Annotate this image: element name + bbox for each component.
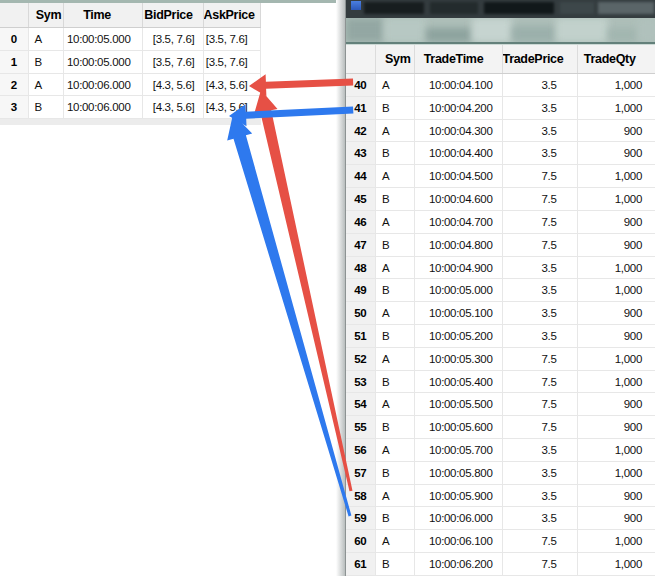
trade-cell-tradetime: 10:00:05.900 [415,485,503,507]
quotes-col-askprice[interactable]: AskPrice [204,3,261,27]
trade-cell-tradetime: 10:00:05.700 [415,439,503,461]
trade-cell-tradeqty: 900 [578,393,655,415]
quote-cell-time: 10:00:05.000 [64,51,143,73]
trade-table-row[interactable]: 57 B 10:00:05.800 3.5 1,000 [346,462,655,485]
titlebar-blurred-text [364,2,424,14]
trade-table-row[interactable]: 46 A 10:00:04.700 7.5 900 [346,211,655,234]
trade-table-row[interactable]: 50 A 10:00:05.100 3.5 900 [346,302,655,325]
trade-row-index: 61 [346,553,377,575]
quote-cell-bidprice: [4.3, 5.6] [143,96,204,118]
window-shadow [336,0,345,576]
trade-cell-sym: B [376,507,415,529]
quote-cell-sym: A [29,74,64,96]
trade-cell-sym: A [376,120,415,142]
trade-cell-tradeprice: 7.5 [503,165,578,187]
trade-cell-tradetime: 10:00:06.100 [415,530,503,552]
trade-cell-sym: B [376,371,415,393]
trade-cell-tradetime: 10:00:05.600 [415,416,503,438]
trade-table-row[interactable]: 45 B 10:00:04.600 7.5 1,000 [346,188,655,211]
trade-cell-sym: A [376,74,415,96]
trade-row-index: 47 [346,234,377,256]
window-app-icon [351,1,361,10]
trade-row-index: 51 [346,325,377,347]
trade-table-row[interactable]: 61 B 10:00:06.200 7.5 1,000 [346,553,655,576]
trade-table-row[interactable]: 44 A 10:00:04.500 7.5 1,000 [346,165,655,188]
quote-cell-askprice: [4.3, 5.6] [204,74,261,96]
trade-cell-tradetime: 10:00:05.300 [415,348,503,370]
quotes-table-body: 0 A 10:00:05.000 [3.5, 7.6] [3.5, 7.6] 1… [0,28,261,119]
trade-cell-sym: B [376,142,415,164]
trade-cell-sym: A [376,485,415,507]
trade-cell-tradetime: 10:00:04.500 [415,165,503,187]
trade-table-row[interactable]: 54 A 10:00:05.500 7.5 900 [346,393,655,416]
trade-cell-sym: B [376,553,415,575]
trade-row-index: 48 [346,257,377,279]
trade-table-row[interactable]: 55 B 10:00:05.600 7.5 900 [346,416,655,439]
trade-table-row[interactable]: 53 B 10:00:05.400 7.5 1,000 [346,371,655,394]
trade-cell-tradeprice: 3.5 [503,142,578,164]
quotes-col-sym[interactable]: Sym [29,3,64,27]
trade-table-row[interactable]: 59 B 10:00:06.000 3.5 900 [346,507,655,530]
trade-cell-sym: B [376,97,415,119]
quotes-col-bidprice[interactable]: BidPrice [143,3,204,27]
trade-cell-sym: A [376,393,415,415]
trade-cell-tradeqty: 1,000 [578,439,655,461]
quote-row-index: 1 [0,51,29,73]
trade-cell-tradeprice: 3.5 [503,439,578,461]
trade-cell-tradeprice: 3.5 [503,485,578,507]
trade-table-row[interactable]: 60 A 10:00:06.100 7.5 1,000 [346,530,655,553]
trade-table-row[interactable]: 58 A 10:00:05.900 3.5 900 [346,485,655,508]
trade-cell-tradeprice: 7.5 [503,234,578,256]
quotes-col-index[interactable] [0,3,29,27]
trade-cell-tradeprice: 3.5 [503,507,578,529]
trade-table-row[interactable]: 52 A 10:00:05.300 7.5 1,000 [346,348,655,371]
trade-table-row[interactable]: 47 B 10:00:04.800 7.5 900 [346,234,655,257]
toolbar-blurred-item [512,26,556,42]
trade-cell-tradeprice: 7.5 [503,211,578,233]
quote-table-row[interactable]: 2 A 10:00:06.000 [4.3, 5.6] [4.3, 5.6] [0,74,261,97]
quote-cell-bidprice: [3.5, 7.6] [143,28,204,50]
trade-table-row[interactable]: 48 A 10:00:04.900 3.5 1,000 [346,257,655,280]
trades-col-index[interactable] [346,45,377,73]
trade-table-row[interactable]: 49 B 10:00:05.000 3.5 1,000 [346,279,655,302]
quote-table-row[interactable]: 3 B 10:00:06.000 [4.3, 5.6] [4.3, 5.6] [0,96,261,119]
window-titlebar[interactable] [346,0,655,18]
trade-table-row[interactable]: 42 A 10:00:04.300 3.5 900 [346,120,655,143]
quote-cell-bidprice: [3.5, 7.6] [143,51,204,73]
quotes-table-bottom-edge [0,119,261,125]
trade-cell-tradeprice: 3.5 [503,279,578,301]
trades-col-tradeprice[interactable]: TradePrice [503,45,578,73]
trade-table-row[interactable]: 51 B 10:00:05.200 3.5 900 [346,325,655,348]
quote-row-index: 3 [0,96,29,118]
trade-row-index: 54 [346,393,377,415]
titlebar-blurred-text [598,2,654,14]
quote-cell-sym: B [29,96,64,118]
trade-cell-tradetime: 10:00:05.000 [415,279,503,301]
trade-table-row[interactable]: 41 B 10:00:04.200 3.5 1,000 [346,97,655,120]
trade-table-row[interactable]: 56 A 10:00:05.700 3.5 1,000 [346,439,655,462]
trade-cell-tradeqty: 1,000 [578,553,655,575]
trades-col-sym[interactable]: Sym [376,45,415,73]
trade-table-row[interactable]: 43 B 10:00:04.400 3.5 900 [346,142,655,165]
quote-cell-sym: A [29,28,64,50]
toolbar-blurred-item [346,18,384,42]
trade-row-index: 59 [346,507,377,529]
trade-cell-tradetime: 10:00:05.200 [415,325,503,347]
toolbar-blurred-item [556,18,608,42]
window-toolbar-blurred[interactable] [346,18,655,42]
trade-row-index: 57 [346,462,377,484]
quote-table-row[interactable]: 1 B 10:00:05.000 [3.5, 7.6] [3.5, 7.6] [0,51,261,74]
trade-cell-sym: B [376,416,415,438]
trade-cell-tradeqty: 900 [578,485,655,507]
trade-cell-sym: B [376,188,415,210]
trade-table-row[interactable]: 40 A 10:00:04.100 3.5 1,000 [346,74,655,97]
trades-col-tradeqty[interactable]: TradeQty [578,45,655,73]
trade-row-index: 50 [346,302,377,324]
trade-cell-tradeprice: 7.5 [503,188,578,210]
quote-table-row[interactable]: 0 A 10:00:05.000 [3.5, 7.6] [3.5, 7.6] [0,28,261,51]
quotes-col-time[interactable]: Time [64,3,143,27]
quotes-table: Sym Time BidPrice AskPrice 0 A 10:00:05.… [0,3,261,119]
trades-col-tradetime[interactable]: TradeTime [415,45,503,73]
trade-cell-tradeqty: 1,000 [578,279,655,301]
trade-cell-tradeqty: 1,000 [578,74,655,96]
